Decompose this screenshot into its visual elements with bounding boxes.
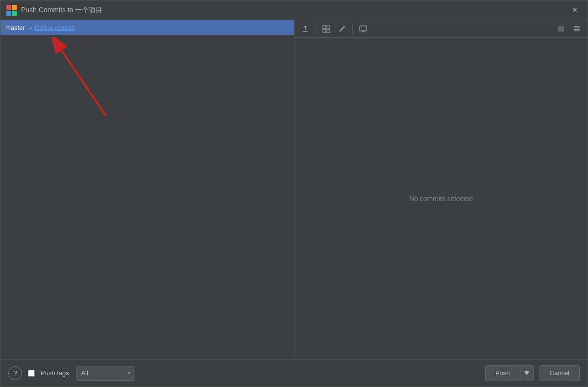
svg-rect-2 (6, 11, 11, 16)
close-button[interactable]: × (568, 3, 582, 17)
branch-arrow: → (26, 24, 33, 31)
define-remote-link[interactable]: Define remote (35, 24, 75, 31)
svg-marker-21 (524, 371, 529, 375)
expand-icon-btn[interactable] (570, 22, 584, 36)
no-commits-message: No commits selected (294, 38, 588, 359)
push-icon-btn[interactable] (298, 22, 312, 36)
svg-rect-0 (6, 5, 11, 10)
push-button[interactable]: Push (485, 365, 520, 381)
svg-rect-3 (12, 11, 17, 16)
toolbar (294, 20, 588, 38)
branch-item[interactable]: master → Define remote (0, 20, 294, 35)
left-panel: master → Define remote (0, 20, 294, 359)
edit-icon-btn[interactable] (335, 22, 349, 36)
right-panel: No commits selected (294, 20, 588, 359)
help-button[interactable]: ? (8, 366, 22, 380)
push-commits-dialog: Push Commits to 一个项目 × master → Define r… (0, 0, 588, 387)
annotation-area (0, 35, 294, 359)
cancel-button[interactable]: Cancel (539, 365, 580, 381)
push-button-group: Push (485, 365, 534, 381)
svg-rect-1 (12, 5, 17, 10)
title-bar: Push Commits to 一个项目 × (0, 0, 588, 20)
branch-name: master (5, 24, 25, 31)
bottom-bar: ? Push tags: All Annotated only None Pus… (0, 359, 588, 387)
grid-icon-btn[interactable] (319, 22, 333, 36)
svg-rect-7 (327, 26, 330, 28)
push-tags-checkbox[interactable] (28, 370, 35, 377)
monitor-icon-btn[interactable] (356, 22, 370, 36)
svg-rect-11 (360, 26, 367, 31)
app-icon (6, 5, 17, 16)
tags-select[interactable]: All Annotated only None (76, 366, 135, 381)
toolbar-sep-2 (352, 24, 353, 34)
red-arrow-annotation (35, 37, 113, 126)
branch-item-text: master → Define remote (5, 24, 289, 31)
tags-select-wrapper: All Annotated only None (76, 366, 135, 381)
svg-line-5 (59, 47, 106, 116)
dialog-title: Push Commits to 一个项目 (21, 6, 568, 15)
push-tags-label: Push tags: (41, 369, 71, 377)
toolbar-sep-1 (316, 24, 316, 34)
main-content: master → Define remote (0, 20, 588, 359)
toolbar-right (554, 22, 584, 36)
collapse-icon-btn[interactable] (554, 22, 568, 36)
push-dropdown-button[interactable] (520, 365, 534, 381)
svg-rect-9 (327, 29, 330, 32)
svg-rect-8 (323, 29, 326, 32)
no-commits-text: No commits selected (409, 195, 473, 203)
svg-rect-6 (323, 26, 326, 28)
